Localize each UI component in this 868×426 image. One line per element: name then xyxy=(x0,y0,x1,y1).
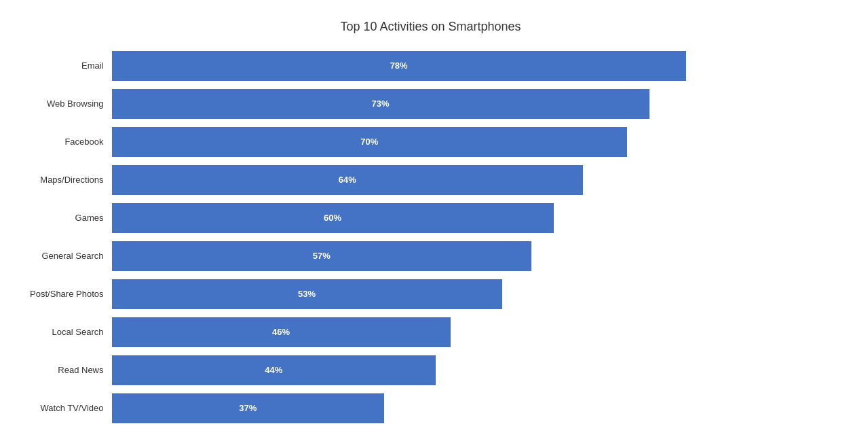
bar-label: Post/Share Photos xyxy=(14,289,112,299)
chart-area: Email78%Web Browsing73%Facebook70%Maps/D… xyxy=(14,48,848,427)
bar-row: General Search57% xyxy=(14,238,848,274)
bar-row: Local Search46% xyxy=(14,314,848,351)
bar-track: 53% xyxy=(112,279,848,309)
bar-fill: 44% xyxy=(112,355,436,385)
bar-track: 57% xyxy=(112,241,848,271)
bar-value: 44% xyxy=(265,365,282,375)
bar-track: 37% xyxy=(112,393,848,423)
bar-row: Facebook70% xyxy=(14,124,848,160)
bar-fill: 78% xyxy=(112,51,686,81)
bar-track: 46% xyxy=(112,317,848,347)
bar-label: Email xyxy=(14,60,112,71)
bar-row: Maps/Directions64% xyxy=(14,162,848,198)
bar-value: 78% xyxy=(390,60,408,71)
bar-value: 37% xyxy=(239,403,257,413)
bar-value: 60% xyxy=(324,213,341,223)
bar-fill: 37% xyxy=(112,393,384,423)
bar-value: 53% xyxy=(298,289,316,299)
bar-track: 60% xyxy=(112,203,848,233)
chart-title: Top 10 Activities on Smartphones xyxy=(14,20,848,34)
bar-fill: 57% xyxy=(112,241,531,271)
bar-fill: 46% xyxy=(112,317,451,347)
bar-label: Games xyxy=(14,213,112,223)
bar-fill: 64% xyxy=(112,165,583,195)
bar-track: 70% xyxy=(112,127,848,157)
chart-container: Top 10 Activities on Smartphones Email78… xyxy=(7,6,862,421)
bar-row: Web Browsing73% xyxy=(14,86,848,122)
bar-track: 44% xyxy=(112,355,848,385)
bar-track: 73% xyxy=(112,89,848,119)
bar-label: Read News xyxy=(14,365,112,375)
bar-fill: 53% xyxy=(112,279,502,309)
bar-value: 73% xyxy=(372,99,390,109)
bar-row: Games60% xyxy=(14,200,848,236)
bar-row: Email78% xyxy=(14,48,848,84)
bar-label: Maps/Directions xyxy=(14,175,112,185)
bar-value: 46% xyxy=(272,327,290,337)
bar-fill: 73% xyxy=(112,89,649,119)
bar-label: Web Browsing xyxy=(14,99,112,109)
bar-label: Watch TV/Video xyxy=(14,403,112,413)
bar-fill: 70% xyxy=(112,127,628,157)
bar-label: Facebook xyxy=(14,137,112,147)
bar-label: Local Search xyxy=(14,327,112,337)
bar-row: Post/Share Photos53% xyxy=(14,276,848,313)
bar-value: 70% xyxy=(360,137,378,147)
bar-value: 57% xyxy=(313,251,331,261)
bar-label: General Search xyxy=(14,251,112,261)
bar-row: Read News44% xyxy=(14,352,848,389)
bar-fill: 60% xyxy=(112,203,554,233)
bar-row: Watch TV/Video37% xyxy=(14,390,848,427)
bar-track: 78% xyxy=(112,51,848,81)
bar-value: 64% xyxy=(339,175,356,185)
bar-track: 64% xyxy=(112,165,848,195)
